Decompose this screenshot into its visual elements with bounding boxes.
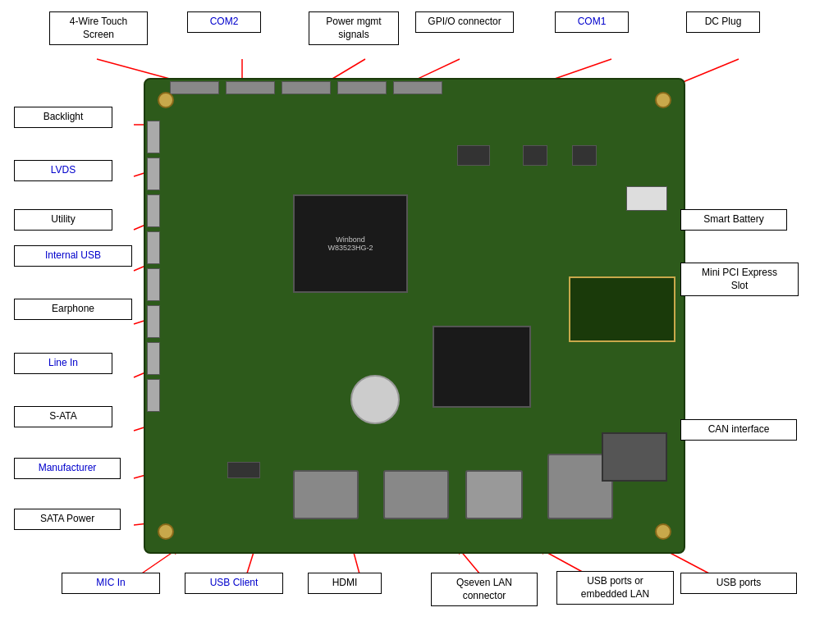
label-manufacturer: Manufacturer [14, 458, 121, 479]
label-usb-ports-text: USB ports [717, 577, 762, 588]
label-qseven-lan-text: Qseven LANconnector [456, 577, 512, 601]
label-gpio: GPI/O connector [415, 11, 514, 33]
label-com2: COM2 [187, 11, 261, 33]
label-qseven-lan: Qseven LANconnector [431, 573, 538, 606]
label-backlight: Backlight [14, 107, 112, 128]
label-power-mgmt-text: Power mgmtsignals [326, 16, 381, 40]
label-earphone-text: Earphone [52, 303, 94, 314]
label-4wire-touch-text: 4-Wire TouchScreen [70, 16, 127, 40]
label-sata-power: SATA Power [14, 509, 121, 530]
label-smart-battery-text: Smart Battery [703, 213, 763, 225]
label-can-interface: CAN interface [680, 419, 797, 441]
label-power-mgmt: Power mgmtsignals [309, 11, 399, 45]
label-mic-in: MIC In [62, 573, 160, 594]
label-sata: S-ATA [14, 406, 112, 427]
label-hdmi-text: HDMI [332, 577, 358, 588]
label-line-in-text: Line In [48, 357, 78, 368]
label-hdmi: HDMI [308, 573, 382, 594]
label-line-in: Line In [14, 353, 112, 374]
label-4wire-touch: 4-Wire TouchScreen [49, 11, 148, 45]
label-mini-pci-text: Mini PCI ExpressSlot [702, 267, 777, 291]
label-com1-text: COM1 [578, 16, 607, 27]
label-com2-text: COM2 [210, 16, 239, 27]
label-usb-ports: USB ports [680, 573, 797, 594]
label-utility: Utility [14, 209, 112, 231]
label-dc-plug-text: DC Plug [705, 16, 742, 27]
label-utility-text: Utility [51, 213, 75, 225]
label-dc-plug: DC Plug [686, 11, 760, 33]
pcb-board: WinbondW83523HG-2 [144, 78, 685, 554]
label-usb-client-text: USB Client [210, 577, 259, 588]
label-mini-pci: Mini PCI ExpressSlot [680, 263, 799, 296]
label-gpio-text: GPI/O connector [428, 16, 501, 27]
label-earphone: Earphone [14, 299, 132, 320]
label-mic-in-text: MIC In [96, 577, 125, 588]
label-manufacturer-text: Manufacturer [39, 462, 97, 473]
label-usb-embedded-lan: USB ports orembedded LAN [556, 571, 674, 605]
label-sata-text: S-ATA [49, 410, 77, 422]
label-backlight-text: Backlight [43, 111, 84, 122]
label-usb-embedded-lan-text: USB ports orembedded LAN [581, 575, 649, 600]
label-lvds: LVDS [14, 160, 112, 181]
label-internal-usb: Internal USB [14, 245, 132, 267]
label-usb-client: USB Client [185, 573, 283, 594]
label-sata-power-text: SATA Power [40, 513, 94, 524]
label-com1: COM1 [555, 11, 629, 33]
label-internal-usb-text: Internal USB [45, 249, 101, 261]
label-lvds-text: LVDS [51, 164, 76, 176]
label-can-interface-text: CAN interface [708, 423, 770, 435]
label-smart-battery: Smart Battery [680, 209, 787, 231]
